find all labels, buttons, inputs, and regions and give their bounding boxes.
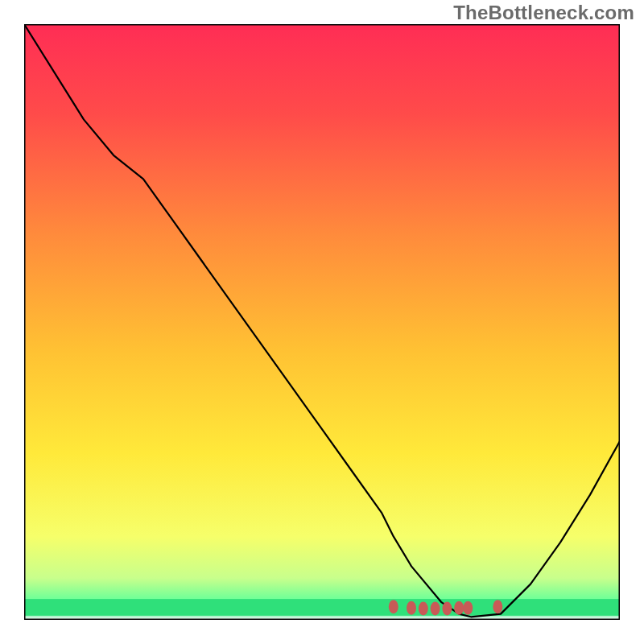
gradient-background (24, 24, 620, 620)
marker-point (431, 601, 440, 615)
marker-point (463, 601, 473, 615)
marker-point (493, 600, 502, 613)
green-band (24, 599, 620, 616)
chart-frame: TheBottleneck.com (0, 0, 644, 644)
chart-svg (24, 24, 620, 620)
marker-point (389, 600, 398, 613)
marker-point (419, 601, 428, 615)
watermark-text: TheBottleneck.com (453, 2, 634, 24)
marker-point (407, 601, 416, 615)
plot-area (24, 24, 620, 620)
marker-point (454, 601, 464, 615)
marker-point (442, 601, 452, 615)
